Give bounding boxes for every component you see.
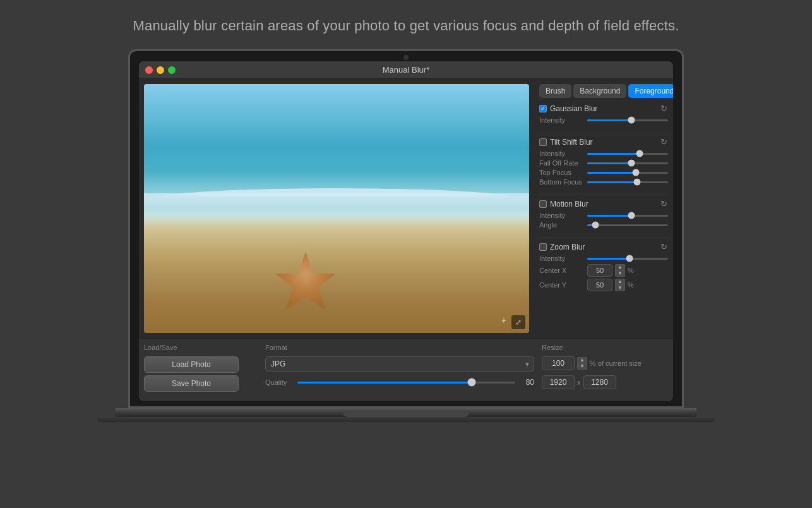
resize-width-input[interactable] (542, 375, 575, 389)
traffic-lights (145, 66, 176, 74)
resize-percent-up[interactable]: ▲ (577, 357, 587, 363)
resize-percent-row: ▲ ▼ % of current size (542, 356, 668, 370)
tilt-intensity-label: Intensity (539, 150, 585, 157)
top-focus-label: Top Focus (539, 169, 585, 176)
center-y-up[interactable]: ▲ (615, 279, 625, 285)
quality-row: Quality 80 (265, 378, 534, 387)
center-y-label: Center Y (539, 281, 585, 289)
photo-tools: + ⤢ (501, 315, 525, 329)
save-photo-button[interactable]: Save Photo (144, 375, 239, 392)
maximize-button[interactable] (168, 66, 176, 74)
quality-slider[interactable] (297, 382, 515, 384)
center-x-up[interactable]: ▲ (615, 264, 625, 270)
resize-percent-label: % of current size (590, 360, 642, 367)
fall-off-row: Fall Off Rate (539, 159, 668, 167)
bottom-focus-row: Bottom Focus (539, 178, 668, 186)
zoom-blur-section: Zoom Blur ↻ Intensity (539, 241, 668, 293)
tab-background[interactable]: Background (573, 84, 626, 98)
center-y-input[interactable] (587, 279, 612, 291)
zoom-blur-left: Zoom Blur (539, 243, 585, 251)
zoom-blur-checkbox[interactable] (539, 243, 547, 251)
top-focus-slider[interactable] (587, 172, 668, 174)
tilt-intensity-slider[interactable] (587, 153, 668, 155)
center-x-percent: % (628, 267, 634, 274)
bottom-focus-thumb[interactable] (634, 179, 641, 186)
top-focus-thumb[interactable] (632, 169, 639, 176)
resize-panel: Resize ▲ ▼ % of current size x (542, 344, 668, 396)
tab-foreground[interactable]: Foreground (628, 84, 673, 98)
fall-off-slider[interactable] (587, 162, 668, 164)
quality-thumb[interactable] (468, 378, 476, 387)
bottom-area: Load/Save Load Photo Save Photo Format J… (139, 338, 673, 401)
window-title: Manual Blur* (383, 65, 429, 75)
sand-overlay (144, 221, 529, 333)
fall-off-thumb[interactable] (628, 160, 635, 167)
load-photo-button[interactable]: Load Photo (144, 356, 239, 373)
quality-label: Quality (265, 378, 294, 386)
gaussian-intensity-thumb[interactable] (628, 117, 635, 124)
fall-off-label: Fall Off Rate (539, 159, 585, 167)
quality-fill (297, 382, 472, 384)
center-y-percent: % (628, 281, 634, 289)
gaussian-blur-section: ✓ Gaussian Blur ↻ Intensity (539, 103, 668, 126)
minimize-button[interactable] (157, 66, 164, 74)
divider-3 (539, 238, 668, 238)
zoom-blur-refresh[interactable]: ↻ (660, 241, 668, 252)
gaussian-intensity-slider[interactable] (587, 119, 668, 121)
titlebar: Manual Blur* (139, 61, 673, 79)
motion-intensity-thumb[interactable] (628, 212, 635, 219)
resize-dimensions-row: x (542, 375, 668, 389)
center-x-input[interactable] (587, 264, 612, 277)
tilt-intensity-thumb[interactable] (636, 150, 643, 157)
zoom-intensity-fill (587, 258, 630, 260)
motion-blur-checkbox[interactable] (539, 200, 547, 208)
check-icon: ✓ (540, 106, 546, 112)
gaussian-intensity-label: Intensity (539, 116, 585, 124)
format-title: Format (265, 344, 534, 351)
brush-tabs: Brush Background Foreground (539, 84, 668, 98)
motion-blur-label: Motion Blur (550, 200, 588, 209)
resize-percent-down[interactable]: ▼ (577, 363, 587, 370)
photo-area[interactable]: + ⤢ (144, 84, 529, 333)
fullscreen-button[interactable]: ⤢ (511, 315, 525, 329)
resize-percent-input[interactable] (542, 356, 575, 370)
gaussian-blur-refresh[interactable]: ↻ (660, 103, 668, 114)
resize-x-label: x (577, 378, 581, 386)
resize-title: Resize (542, 344, 668, 351)
load-save-title: Load/Save (144, 344, 258, 351)
tab-brush[interactable]: Brush (539, 84, 571, 98)
laptop-bottom (116, 408, 696, 417)
bottom-focus-fill (587, 181, 637, 183)
motion-intensity-label: Intensity (539, 212, 585, 219)
gaussian-blur-label: Gaussian Blur (550, 104, 597, 113)
close-button[interactable] (145, 66, 153, 74)
photo-canvas (144, 84, 529, 333)
app-window: Manual Blur* (139, 61, 673, 401)
top-focus-fill (587, 172, 636, 174)
motion-intensity-slider[interactable] (587, 215, 668, 217)
motion-blur-section: Motion Blur ↻ Intensity Ang (539, 198, 668, 231)
quality-value: 80 (519, 378, 534, 387)
format-select[interactable]: JPG PNG TIFF (265, 356, 534, 372)
gaussian-blur-header: ✓ Gaussian Blur ↻ (539, 103, 668, 114)
zoom-intensity-thumb[interactable] (626, 255, 633, 262)
tilt-shift-refresh[interactable]: ↻ (660, 136, 668, 147)
main-content: + ⤢ Brush Background Foreground (139, 79, 673, 338)
zoom-intensity-slider[interactable] (587, 258, 668, 260)
top-focus-row: Top Focus (539, 169, 668, 176)
laptop-bezel: Manual Blur* (128, 49, 684, 408)
resize-height-input[interactable] (583, 375, 616, 389)
center-y-down[interactable]: ▼ (615, 285, 625, 291)
zoom-blur-header: Zoom Blur ↻ (539, 241, 668, 252)
bottom-focus-slider[interactable] (587, 181, 668, 183)
format-select-wrapper: JPG PNG TIFF ▼ (265, 356, 534, 372)
angle-thumb[interactable] (592, 222, 599, 229)
divider-2 (539, 195, 668, 195)
laptop-hinge (343, 412, 469, 417)
tilt-shift-checkbox[interactable] (539, 138, 547, 146)
motion-blur-refresh[interactable]: ↻ (660, 198, 668, 209)
angle-slider[interactable] (587, 224, 668, 226)
gaussian-blur-checkbox[interactable]: ✓ (539, 105, 547, 112)
zoom-blur-label: Zoom Blur (550, 243, 585, 251)
center-x-down[interactable]: ▼ (615, 270, 625, 277)
